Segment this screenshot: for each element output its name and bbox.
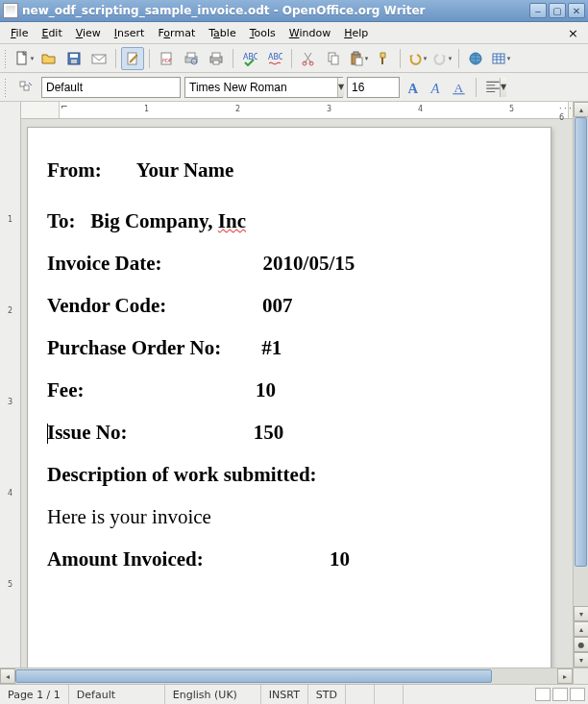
close-window-button[interactable]: ✕ [568,3,585,18]
align-left-button[interactable] [483,78,502,97]
export-pdf-button[interactable]: PDF [155,47,178,70]
status-insert-mode[interactable]: INSRT [261,685,308,704]
menu-format[interactable]: Format [151,24,202,42]
undo-button[interactable]: ▾ [405,47,429,70]
status-style[interactable]: Default [69,685,165,704]
standard-toolbar: ▾ PDF ABC ABC ▾ ▾ ▾ ▾ [0,44,588,73]
status-language[interactable]: English (UK) [165,685,261,704]
vertical-scroll-thumb[interactable] [575,117,587,567]
page-viewport[interactable]: From: Your Name To: Big Company, Inc Inv… [21,119,557,668]
svg-text:A: A [407,80,418,95]
menu-tools[interactable]: Tools [243,24,282,42]
svg-text:A: A [429,80,439,95]
font-size-combo[interactable]: ▼ [347,77,400,98]
edit-file-button[interactable] [121,47,144,70]
toolbar-handle[interactable] [4,49,8,68]
redo-button[interactable]: ▾ [430,47,453,70]
po-label: Purchase Order No: [47,336,221,359]
horizontal-ruler[interactable]: ⌐ 1 2 3 4 5 · · · 6 [21,102,573,119]
desc-label: Description of work submitted: [47,463,317,486]
next-page-button[interactable]: ▾ [574,652,588,668]
amount-value: 10 [330,547,350,570]
vertical-ruler[interactable]: 1 2 3 4 5 [0,102,21,668]
hyperlink-button[interactable] [464,47,487,70]
horizontal-scroll-thumb[interactable] [15,669,492,683]
invoice-date-label: Invoice Date: [47,252,162,275]
paragraph-style-combo[interactable]: ▼ [41,77,181,98]
maximize-button[interactable]: ▢ [549,3,566,18]
svg-rect-13 [213,61,219,64]
to-label: To: [47,209,76,232]
status-modified[interactable] [346,685,375,704]
copy-button[interactable] [322,47,345,70]
view-multi-page-button[interactable] [552,688,568,701]
svg-rect-21 [354,52,358,55]
fee-value: 10 [256,378,276,401]
paragraph-style-input[interactable] [42,78,194,97]
format-paintbrush-button[interactable] [372,47,395,70]
svg-rect-12 [212,53,220,58]
styles-window-button[interactable] [14,76,37,99]
print-preview-button[interactable] [180,47,203,70]
scroll-up-button[interactable]: ▴ [574,102,588,117]
fee-label: Fee: [47,378,84,401]
issue-label: Issue No: [47,421,127,444]
menubar: File Edit View Insert Format Table Tools… [0,22,588,44]
italic-button[interactable]: A [427,78,446,97]
document-page[interactable]: From: Your Name To: Big Company, Inc Inv… [27,127,551,668]
menu-edit[interactable]: Edit [35,24,68,42]
underline-button[interactable]: A [450,78,469,97]
svg-rect-19 [331,56,338,64]
scroll-left-button[interactable]: ◂ [0,668,15,684]
status-signature[interactable] [375,685,404,704]
nav-button[interactable]: ● [574,637,588,652]
minimize-button[interactable]: ‒ [529,3,547,18]
prev-page-button[interactable]: ▴ [574,621,588,637]
font-name-input[interactable] [185,78,337,97]
status-page[interactable]: Page 1 / 1 [0,685,69,704]
table-button[interactable]: ▾ [489,47,512,70]
print-button[interactable] [205,47,228,70]
spellcheck-button[interactable]: ABC [238,47,261,70]
svg-rect-24 [493,54,504,63]
email-button[interactable] [87,47,110,70]
autospell-button[interactable]: ABC [263,47,286,70]
document-area: 1 2 3 4 5 ⌐ 1 2 3 4 5 · · · 6 From: Your… [0,102,588,668]
titlebar: new_odf_scripting_sample_invoice.odt - O… [0,0,588,22]
font-size-input[interactable] [348,78,500,97]
vertical-scrollbar[interactable]: ▴ ▾ ▴ ● ▾ [573,102,588,668]
bold-button[interactable]: A [404,78,423,97]
scroll-down-button[interactable]: ▾ [574,606,588,621]
open-button[interactable] [37,47,61,70]
from-value: Your Name [136,158,234,182]
desc-value: Here is your invoice [47,505,531,529]
menu-insert[interactable]: Insert [108,24,152,42]
menu-window[interactable]: Window [282,24,337,42]
invoice-date-value: 2010/05/15 [263,252,355,275]
status-selection-mode[interactable]: STD [308,685,346,704]
view-single-page-button[interactable] [535,688,551,701]
dropdown-icon[interactable]: ▼ [337,78,344,97]
formatting-toolbar: ▼ ▼ ▼ A A A [0,73,588,102]
paste-button[interactable]: ▾ [347,47,370,70]
toolbar-handle[interactable] [4,78,8,97]
menu-table[interactable]: Table [202,24,242,42]
font-name-combo[interactable]: ▼ [184,77,343,98]
svg-text:ABC: ABC [243,53,257,61]
amount-label: Amount Invoiced: [47,547,204,570]
menu-view[interactable]: View [69,24,108,42]
cut-button[interactable] [297,47,320,70]
horizontal-scrollbar[interactable]: ◂ ▸ [0,668,588,684]
svg-rect-26 [24,85,29,90]
app-icon [3,3,18,18]
save-button[interactable] [62,47,86,70]
menu-file[interactable]: File [4,24,35,42]
scroll-right-button[interactable]: ▸ [557,668,573,684]
issue-value: 150 [254,421,284,444]
new-button[interactable]: ▾ [12,47,36,70]
close-document-button[interactable]: × [562,24,584,42]
menu-help[interactable]: Help [337,24,375,42]
svg-rect-9 [187,53,195,58]
vendor-code-value: 007 [262,294,293,317]
view-book-button[interactable] [570,688,585,701]
